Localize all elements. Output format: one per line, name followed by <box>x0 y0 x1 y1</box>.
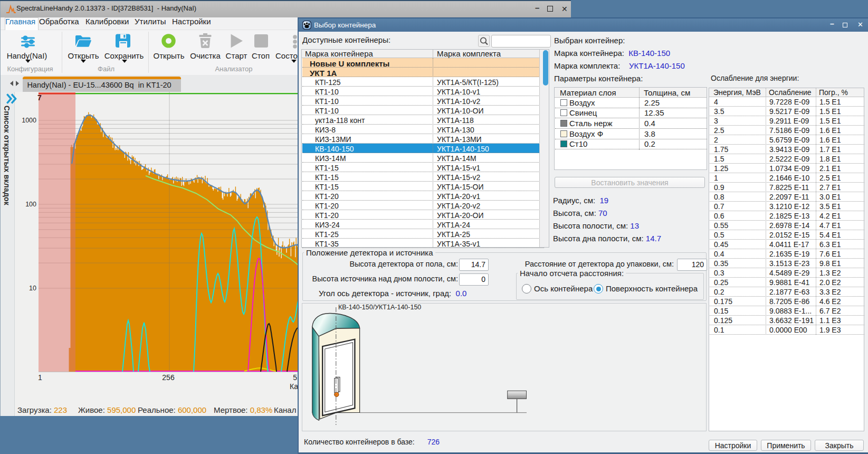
svg-text:1000: 1000 <box>22 117 36 124</box>
svg-text:7: 7 <box>37 93 42 102</box>
svg-text:10: 10 <box>29 285 36 292</box>
svg-text:1: 1 <box>38 373 42 382</box>
svg-text:256: 256 <box>162 373 175 382</box>
svg-text:100: 100 <box>25 201 36 208</box>
